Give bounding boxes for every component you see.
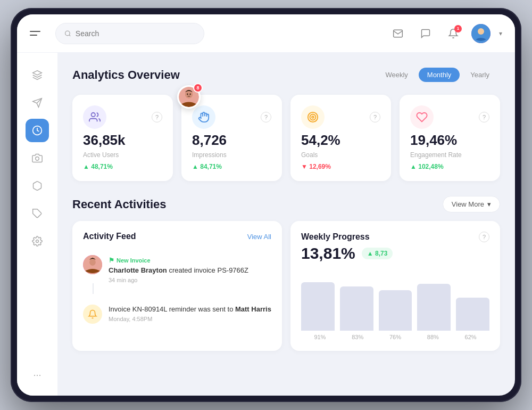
view-more-label: View More	[452, 200, 484, 208]
sidebar-item-tag[interactable]	[26, 202, 49, 225]
chevron-down-icon: ▾	[487, 200, 491, 208]
sidebar-item-box[interactable]	[26, 174, 49, 198]
top-right-icons: 1 ▾	[388, 24, 502, 43]
floating-avatar-badge: 8	[193, 83, 203, 93]
stat-label-users: Active Users	[83, 151, 162, 159]
svg-point-8	[36, 157, 39, 161]
svg-point-16	[92, 113, 95, 117]
bell-icon	[88, 309, 97, 319]
stat-question-4[interactable]: ?	[479, 112, 489, 122]
wp-badge: ▲ 8,73	[362, 248, 393, 259]
sidebar-item-camera[interactable]	[26, 146, 49, 170]
tab-yearly[interactable]: Yearly	[462, 68, 498, 82]
notification-icon[interactable]: 1	[444, 24, 463, 43]
users-icon	[89, 111, 101, 123]
device-screen: 1 ▾	[17, 14, 515, 396]
sidebar-item-settings[interactable]	[26, 229, 49, 253]
chat-icon[interactable]	[416, 24, 435, 43]
sidebar-more[interactable]: ···	[29, 365, 45, 385]
stat-value-users: 36,85k	[83, 133, 162, 147]
feed-time-1: 34 min ago	[109, 277, 271, 283]
activity-feed: Activity Feed View All	[72, 221, 282, 351]
target-icon	[307, 111, 319, 123]
stat-icon-impressions	[192, 105, 215, 129]
user-avatar[interactable]	[471, 24, 491, 43]
wp-value-row: 13,81% ▲ 8,73	[301, 244, 489, 263]
svg-point-14	[187, 94, 188, 95]
feed-avatar-svg-1	[83, 255, 102, 274]
bar-2	[340, 286, 373, 331]
device-frame: 1 ▾	[11, 8, 521, 402]
recent-activities-header: Recent Activities View More ▾	[72, 196, 500, 212]
menu-icon[interactable]	[30, 25, 47, 42]
floating-avatar-wrap: 8	[177, 85, 201, 109]
bar-4	[417, 284, 451, 331]
feed-time-2: Monday, 4:58PM	[109, 316, 271, 322]
bar-3	[379, 290, 412, 331]
notification-badge: 1	[454, 25, 462, 32]
stat-label-impressions: Impressions	[192, 151, 271, 159]
bar-label-2: 83%	[339, 334, 377, 340]
feed-title: Activity Feed	[83, 232, 136, 241]
stat-value-impressions: 8,726	[192, 133, 271, 147]
svg-point-17	[308, 112, 318, 122]
bar-group-2	[340, 286, 373, 331]
sidebar: ···	[17, 53, 57, 396]
sidebar-item-layers[interactable]	[26, 63, 49, 87]
stat-change-engagement: ▲ 102,48%	[410, 163, 489, 170]
stat-card-header-3: ?	[301, 105, 380, 129]
sidebar-item-send[interactable]	[26, 91, 49, 114]
stats-grid: 8 ? 36,85k	[72, 95, 500, 181]
svg-point-3	[478, 28, 484, 35]
stat-value-goals: 54,2%	[301, 133, 380, 147]
period-tabs: Weekly Monthly Yearly	[375, 65, 500, 84]
stat-card-goals: ? 54,2% Goals ▼ 12,69%	[290, 95, 391, 181]
floating-avatar-container: 8	[177, 85, 201, 109]
mail-icon[interactable]	[388, 24, 408, 43]
svg-point-10	[36, 240, 39, 243]
stat-card-header-4: ?	[410, 105, 489, 129]
tab-monthly[interactable]: Monthly	[419, 68, 460, 82]
search-icon	[64, 30, 71, 37]
stat-question-3[interactable]: ?	[370, 112, 380, 122]
feed-icon-2	[83, 305, 102, 324]
svg-point-18	[310, 114, 316, 120]
main-layout: ··· Analytics Overview Weekly Monthly Ye…	[17, 53, 515, 396]
top-bar: 1 ▾	[17, 14, 515, 53]
view-more-button[interactable]: View More ▾	[443, 196, 500, 212]
main-content: Analytics Overview Weekly Monthly Yearly	[57, 53, 515, 396]
wp-title: Weekly Progress	[301, 232, 370, 242]
feed-avatar-1	[83, 255, 102, 274]
recent-title: Recent Activities	[72, 198, 166, 211]
bar-1	[301, 282, 335, 331]
touch-icon	[198, 111, 210, 123]
avatar-chevron[interactable]: ▾	[499, 30, 502, 37]
stat-icon-goals	[301, 105, 325, 129]
stat-change-goals: ▼ 12,69%	[301, 163, 380, 170]
weekly-progress: Weekly Progress ? 13,81% ▲ 8,73	[290, 221, 500, 351]
sidebar-item-analytics[interactable]	[26, 119, 49, 142]
bar-label-5: 62%	[452, 334, 489, 340]
tab-weekly[interactable]: Weekly	[377, 68, 416, 82]
activities-grid: Activity Feed View All	[72, 221, 500, 351]
stat-card-header-1: ?	[83, 105, 162, 129]
stat-question-1[interactable]: ?	[152, 112, 162, 122]
search-bar[interactable]	[55, 23, 204, 44]
wp-question[interactable]: ?	[479, 232, 489, 242]
wp-value: 13,81%	[301, 244, 355, 263]
stat-change-impressions: ▲ 84,71%	[192, 163, 271, 170]
feed-tag-1: ⚑ New Invoice	[109, 257, 151, 264]
stat-icon-users	[83, 105, 106, 129]
stat-question-2[interactable]: ?	[261, 112, 271, 122]
svg-point-15	[189, 94, 191, 95]
heart-icon	[416, 111, 428, 123]
bars-container	[301, 277, 489, 331]
view-all-link[interactable]: View All	[247, 233, 271, 241]
search-input[interactable]	[76, 29, 195, 38]
stat-label-goals: Goals	[301, 151, 380, 159]
stat-icon-engagement	[410, 105, 434, 129]
svg-point-19	[312, 116, 314, 118]
svg-line-1	[69, 35, 70, 36]
bar-label-1: 91%	[301, 334, 339, 340]
feed-text-1: Charlotte Brayton created invoice PS-976…	[109, 266, 271, 275]
